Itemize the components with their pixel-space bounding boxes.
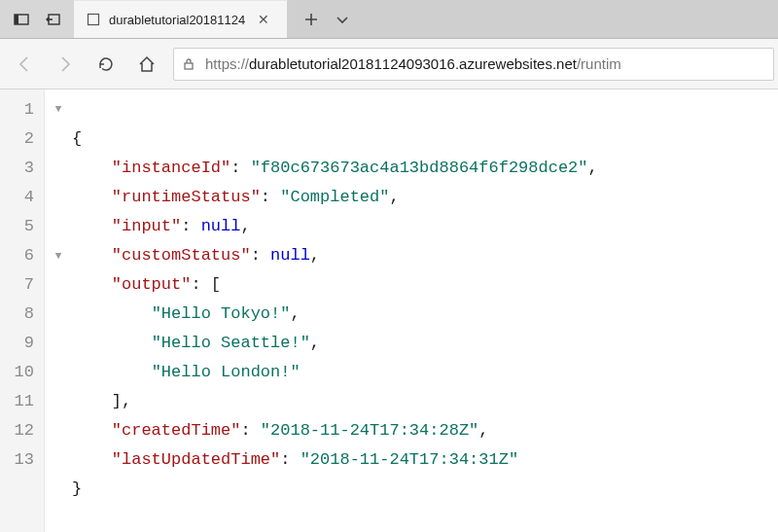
code-token: "output" — [112, 275, 192, 294]
page-favicon-icon — [86, 12, 101, 27]
code-token: "input" — [112, 217, 181, 235]
tab-title: durabletutorial20181124 — [109, 13, 245, 27]
new-tab-icon[interactable] — [298, 6, 325, 33]
code-token: [ — [211, 275, 221, 294]
line-number: 6 — [0, 241, 34, 270]
line-number: 4 — [0, 183, 34, 212]
code-token: "Hello Tokyo!" — [152, 304, 291, 323]
sidebar-toggle-icon[interactable] — [8, 6, 35, 33]
forward-button[interactable] — [45, 44, 86, 85]
code-token: "customStatus" — [112, 246, 251, 265]
line-number: 9 — [0, 329, 34, 358]
line-number: 5 — [0, 212, 34, 241]
back-button[interactable] — [4, 44, 45, 85]
code-token: "runtimeStatus" — [112, 188, 261, 206]
line-number: 7 — [0, 270, 34, 300]
code-content[interactable]: { "instanceId": "f80c673673ac4a13bd8864f… — [72, 89, 598, 532]
line-number: 8 — [0, 300, 34, 329]
window-buttons — [0, 0, 74, 38]
code-token: null — [270, 246, 310, 265]
code-token: "Hello Seattle!" — [152, 334, 310, 352]
code-token: null — [201, 217, 241, 235]
code-token: { — [72, 129, 82, 148]
line-number: 1 — [0, 95, 34, 124]
browser-tab[interactable]: durabletutorial20181124 ✕ — [74, 0, 288, 38]
svg-rect-4 — [185, 63, 193, 69]
refresh-button[interactable] — [86, 44, 126, 85]
svg-rect-1 — [15, 15, 18, 24]
code-token: } — [72, 479, 82, 498]
tab-close-icon[interactable]: ✕ — [255, 12, 272, 27]
set-aside-tabs-icon[interactable] — [39, 6, 66, 33]
title-bar: durabletutorial20181124 ✕ — [0, 0, 778, 39]
code-token: "2018-11-24T17:34:31Z" — [301, 450, 518, 469]
code-token: "2018-11-24T17:34:28Z" — [261, 421, 478, 440]
code-token: "createdTime" — [112, 421, 241, 440]
fold-gutter: ▼ ▼ — [45, 89, 72, 532]
nav-toolbar: https://durabletutorial20181124093016.az… — [0, 39, 778, 89]
fold-toggle-icon[interactable]: ▼ — [55, 94, 62, 124]
code-token: "f80c673673ac4a13bd8864f6f298dce2" — [251, 159, 588, 177]
tab-actions — [288, 0, 366, 38]
line-number: 2 — [0, 124, 34, 154]
line-number: 13 — [0, 445, 34, 475]
line-number: 10 — [0, 358, 34, 387]
code-token: ] — [112, 392, 122, 410]
address-bar[interactable]: https://durabletutorial20181124093016.az… — [173, 48, 774, 81]
code-token: "Hello London!" — [152, 363, 301, 381]
lock-icon — [182, 57, 195, 71]
json-viewer: 1 2 3 4 5 6 7 8 9 10 11 12 13 ▼ ▼ { "ins… — [0, 89, 778, 532]
svg-rect-3 — [88, 15, 99, 25]
code-token: "lastUpdatedTime" — [112, 450, 280, 469]
line-number: 3 — [0, 154, 34, 183]
line-number: 11 — [0, 387, 34, 416]
home-button[interactable] — [126, 44, 167, 85]
url-host: durabletutorial20181124093016.azurewebsi… — [249, 55, 577, 72]
code-token: "Completed" — [280, 188, 389, 206]
fold-toggle-icon[interactable]: ▼ — [55, 241, 62, 270]
code-token: "instanceId" — [112, 159, 230, 177]
line-number: 12 — [0, 416, 34, 445]
url-scheme: https:// — [205, 55, 249, 72]
url-path: /runtim — [577, 55, 621, 72]
tab-menu-chevron-icon[interactable] — [329, 6, 356, 33]
line-number-gutter: 1 2 3 4 5 6 7 8 9 10 11 12 13 — [0, 89, 45, 532]
